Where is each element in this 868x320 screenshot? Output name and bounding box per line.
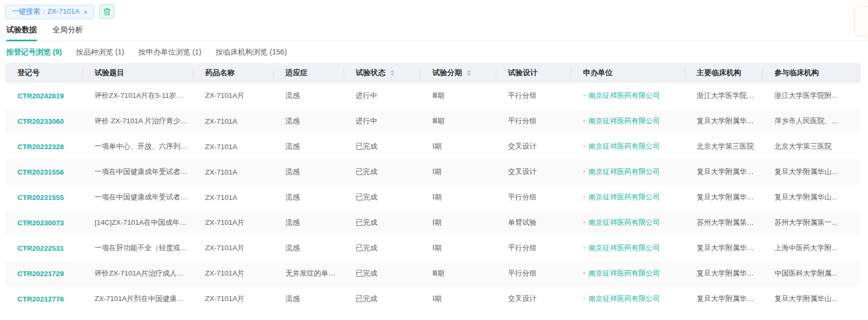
trial-title-cell: 一项在中国健康成年受试者中... [82,159,193,185]
bullet-icon: • [583,219,585,226]
table-row: CTR20242819 评价ZX-7101A片在5-11岁儿... ZX-710… [5,83,861,108]
cutoff-panel-fragment [854,6,868,36]
trial-phase-cell: Ⅰ期 [420,210,496,235]
remove-tag-icon[interactable]: × [83,8,88,16]
registration-number-link[interactable]: CTR20221729 [5,261,82,286]
registration-number-link[interactable]: CTR20230073 [5,210,82,235]
sponsor-link[interactable]: 南京征祥医药有限公司 [588,116,660,126]
caret-down-icon [390,74,394,76]
registration-number-link[interactable]: CTR20231556 [5,159,82,185]
participating-sites-cell: 浙江大学医学院附... [762,83,861,108]
trial-status-cell: 已完成 [344,134,420,159]
trial-title-cell: 评价ZX-7101A片治疗成人无... [82,261,193,286]
registration-number-link[interactable]: CTR20231555 [5,185,82,210]
participating-sites-cell: 中国医科大学附属... [762,261,861,286]
indication-cell: 流感 [273,286,344,312]
registration-number-link[interactable]: CTR20212778 [5,286,82,312]
trial-status-cell: 已完成 [344,185,420,210]
trial-design-cell: 平行分组 [496,83,571,108]
trial-design-cell: 交叉设计 [496,134,571,159]
lead-site-cell: 复旦大学附属华山... [685,286,762,312]
sponsor-link[interactable]: 南京征祥医药有限公司 [588,91,660,100]
trials-table: 登记号 试验题目 药品名称 适应症 试验状态 试验分期 试验设计 申办单位 主要… [5,63,861,312]
participating-sites-cell: 复旦大学附属华山... [762,185,861,210]
sponsor-cell: • 南京征祥医药有限公司 [571,159,685,185]
sponsor-link[interactable]: 南京征祥医药有限公司 [588,294,660,304]
bullet-icon: • [583,92,585,99]
lead-site-cell: 复旦大学附属华山... [685,235,762,261]
sponsor-cell: • 南京征祥医药有限公司 [571,235,685,261]
sort-icons-phase[interactable] [467,70,471,76]
trial-phase-cell: Ⅲ期 [420,108,496,134]
lead-site-cell: 复旦大学附属华山... [685,185,762,210]
trial-title-cell: 评价 ZX-7101A 片治疗青少年... [82,108,193,134]
col-trial-design: 试验设计 [496,63,571,83]
subtab-by-registration[interactable]: 按登记号浏览 (9) [6,48,62,57]
sort-icons-status[interactable] [390,70,394,76]
col-trial-status-label: 试验状态 [356,68,385,78]
trial-title-cell: ZX-7101A片剂在中国健康受... [82,286,193,312]
col-trial-title: 试验题目 [82,63,193,83]
clinical-trial-search-page: 一键搜索：ZX-7101A × 试验数据 全局分析 按登记号浏览 (9) 按品种… [0,0,868,320]
clear-search-button[interactable] [99,4,114,19]
tab-trial-data[interactable]: 试验数据 [6,25,37,41]
trial-status-cell: 进行中 [344,108,420,134]
search-tag[interactable]: 一键搜索：ZX-7101A × [5,5,94,19]
trial-title-cell: 一项在肝功能不全（轻度或中... [82,235,193,261]
registration-number-link[interactable]: CTR20222531 [5,235,82,261]
registration-number-link[interactable]: CTR20233060 [5,108,82,134]
drug-name-cell: ZX-7101A片 [193,235,273,261]
trial-design-cell: 平行分组 [496,261,571,286]
indication-cell: 流感 [273,108,344,134]
drug-name-cell: ZX-7101A [193,134,273,159]
table-row: CTR20231556 一项在中国健康成年受试者中... ZX-7101A 流感… [5,159,861,185]
sponsor-link[interactable]: 南京征祥医药有限公司 [588,167,660,177]
participating-sites-cell: 萍乡市人民医院、... [762,108,861,134]
search-tag-label: 一键搜索：ZX-7101A [12,7,79,16]
trial-design-cell: 交叉设计 [496,159,571,185]
sponsor-cell: • 南京征祥医药有限公司 [571,286,685,312]
trial-phase-cell: Ⅰ期 [420,185,496,210]
trial-design-cell: 单臂试验 [496,210,571,235]
trial-design-cell: 平行分组 [496,235,571,261]
sponsor-cell: • 南京征祥医药有限公司 [571,210,685,235]
drug-name-cell: ZX-7101A [193,159,273,185]
tab-global-analysis[interactable]: 全局分析 [52,25,83,41]
trial-status-cell: 已完成 [344,159,420,185]
subtab-by-sponsor[interactable]: 按申办单位浏览 (1) [138,48,201,57]
subtab-by-drug[interactable]: 按品种浏览 (1) [76,48,124,57]
sponsor-link[interactable]: 南京征祥医药有限公司 [588,218,660,227]
trial-design-cell: 平行分组 [496,108,571,134]
sponsor-link[interactable]: 南京征祥医药有限公司 [588,142,660,151]
trial-phase-cell: Ⅲ期 [420,83,496,108]
trial-design-cell: 交叉设计 [496,286,571,312]
col-sponsor: 申办单位 [571,63,685,83]
table-header-row: 登记号 试验题目 药品名称 适应症 试验状态 试验分期 试验设计 申办单位 主要… [5,63,861,83]
trial-status-cell: 进行中 [344,83,420,108]
registration-number-link[interactable]: CTR20242819 [5,83,82,108]
participating-sites-cell: 复旦大学附属华山... [762,159,861,185]
trial-phase-cell: Ⅰ期 [420,286,496,312]
sponsor-link[interactable]: 南京征祥医药有限公司 [588,193,660,202]
trial-phase-cell: Ⅲ期 [420,261,496,286]
sponsor-link[interactable]: 南京征祥医药有限公司 [588,269,660,278]
drug-name-cell: ZX-7101A片 [193,261,273,286]
caret-up-icon [390,70,394,72]
indication-cell: 流感 [273,83,344,108]
col-indication: 适应症 [273,63,344,83]
subtab-by-site[interactable]: 按临床机构浏览 (156) [216,48,287,57]
drug-name-cell: ZX-7101A片 [193,83,273,108]
trial-title-cell: 一项在中国健康成年受试者中... [82,185,193,210]
sponsor-link[interactable]: 南京征祥医药有限公司 [588,243,660,253]
lead-site-cell: 复旦大学附属华山... [685,159,762,185]
indication-cell: 流感 [273,185,344,210]
bullet-icon: • [583,244,585,252]
sponsor-cell: • 南京征祥医药有限公司 [571,261,685,286]
table-row: CTR20231555 一项在中国健康成年受试者中... ZX-7101A 流感… [5,185,861,210]
table-row: CTR20232328 一项单中心、开放、六序列、... ZX-7101A 流感… [5,134,861,159]
registration-number-link[interactable]: CTR20232328 [5,134,82,159]
drug-name-cell: ZX-7101A [193,108,273,134]
drug-name-cell: ZX-7101A片 [193,286,273,312]
bullet-icon: • [583,194,585,201]
lead-site-cell: 浙江大学医学院附... [685,83,762,108]
